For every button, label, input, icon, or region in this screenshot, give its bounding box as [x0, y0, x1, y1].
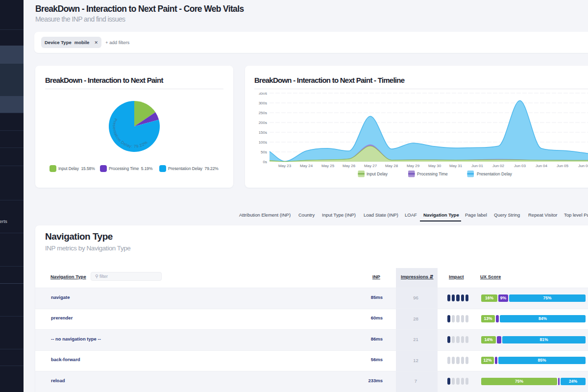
svg-text:0s: 0s	[263, 160, 267, 164]
svg-text:Jun 06: Jun 06	[578, 164, 588, 168]
svg-text:May 26: May 26	[343, 164, 356, 168]
svg-text:150s: 150s	[259, 130, 267, 135]
svg-text:Jun 04: Jun 04	[536, 164, 548, 168]
svg-text:May 30: May 30	[428, 164, 441, 168]
svg-text:May 23: May 23	[278, 164, 292, 168]
svg-text:May 25: May 25	[321, 164, 335, 168]
svg-text:May 27: May 27	[364, 164, 377, 168]
svg-text:Jun 02: Jun 02	[492, 164, 505, 168]
svg-text:May 24: May 24	[300, 164, 313, 168]
svg-text:350s: 350s	[259, 91, 267, 96]
svg-text:50s: 50s	[261, 150, 267, 154]
svg-text:Jun 01: Jun 01	[471, 164, 484, 168]
svg-text:Processing Time: Processing Time	[417, 172, 448, 176]
svg-text:300s: 300s	[259, 101, 267, 105]
svg-text:Presentation Delay: Presentation Delay	[477, 172, 513, 176]
svg-text:May 31: May 31	[449, 164, 463, 168]
svg-text:100s: 100s	[259, 140, 267, 145]
svg-text:Jun 05: Jun 05	[557, 164, 569, 168]
svg-text:May 28: May 28	[385, 164, 398, 168]
svg-text:250s: 250s	[259, 111, 267, 115]
svg-text:Jun 03: Jun 03	[514, 164, 526, 168]
svg-text:Input Delay: Input Delay	[367, 172, 388, 176]
svg-text:May 29: May 29	[407, 164, 420, 168]
svg-text:200s: 200s	[259, 121, 267, 125]
